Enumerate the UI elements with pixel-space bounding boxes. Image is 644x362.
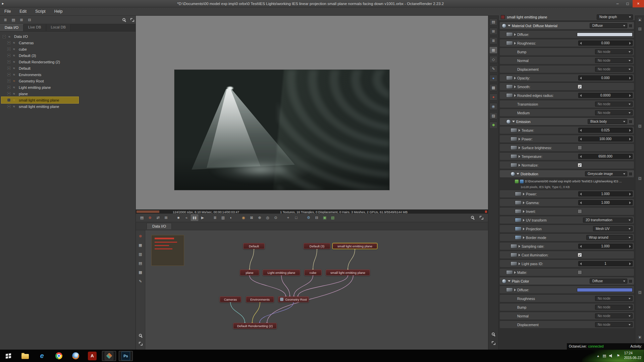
node-pin-icon[interactable] bbox=[629, 279, 633, 283]
restart-render-icon[interactable]: ⊗ bbox=[146, 215, 154, 221]
expand-arrow-icon[interactable] bbox=[514, 85, 516, 88]
pan-view-icon[interactable]: + bbox=[284, 215, 292, 221]
slider-value[interactable]: 1.000 bbox=[582, 244, 629, 248]
focus-picker-icon[interactable]: ⊙ bbox=[272, 215, 279, 221]
slider-value[interactable]: 1.000 bbox=[582, 201, 629, 204]
tree-item[interactable]: + ≈ Default (3) bbox=[1, 52, 136, 59]
stop-render-icon[interactable]: ■ bbox=[175, 215, 182, 221]
material-drop-icon[interactable]: ● bbox=[489, 75, 497, 82]
expand-arrow-icon[interactable] bbox=[523, 193, 525, 195]
value-dropdown[interactable]: Wrap around bbox=[586, 235, 633, 240]
node-pin-icon[interactable]: ⊡ bbox=[637, 124, 642, 129]
value-slider[interactable]: 6500.000 bbox=[578, 154, 633, 159]
slider-increment-icon[interactable] bbox=[629, 94, 631, 97]
wrench-icon[interactable] bbox=[491, 332, 496, 337]
render-target-icon[interactable]: ▤ bbox=[489, 18, 497, 25]
slider-value[interactable]: 1 bbox=[582, 262, 629, 265]
minimize-button[interactable]: – bbox=[612, 0, 623, 7]
pause-render-icon[interactable]: ▮▮ bbox=[191, 215, 198, 221]
node-type-icon[interactable] bbox=[515, 192, 522, 196]
expand-arrow-icon[interactable] bbox=[523, 228, 525, 230]
ie-icon[interactable]: e bbox=[35, 351, 49, 361]
value-checkbox[interactable] bbox=[578, 84, 582, 89]
node-stack-icon[interactable]: ⊞ bbox=[489, 28, 497, 35]
node-type-icon[interactable] bbox=[506, 41, 513, 45]
value-checkbox[interactable] bbox=[578, 145, 582, 150]
expand-plus-icon[interactable]: + bbox=[7, 67, 10, 70]
annotate-icon[interactable]: ✎ bbox=[137, 278, 144, 285]
outliner-tab[interactable]: Local DB bbox=[46, 24, 71, 31]
gpu-settings-icon[interactable]: ▣ bbox=[321, 215, 328, 221]
value-slider[interactable]: 0.025 bbox=[578, 128, 633, 133]
taskbar-clock[interactable]: 17:24 2015-06-22 bbox=[624, 351, 641, 360]
wrench-icon[interactable] bbox=[139, 334, 143, 338]
expand-arrow-icon[interactable] bbox=[523, 201, 525, 204]
value-dropdown[interactable]: 2D transformation bbox=[583, 218, 633, 223]
node-type-icon[interactable] bbox=[506, 76, 513, 80]
value-dropdown[interactable]: Mesh UV bbox=[593, 226, 633, 231]
expand-plus-icon[interactable]: + bbox=[7, 41, 10, 44]
slider-increment-icon[interactable] bbox=[629, 193, 631, 195]
expand-panel-icon[interactable] bbox=[480, 216, 483, 220]
wrench-icon[interactable] bbox=[471, 216, 475, 220]
expand-panel-icon[interactable] bbox=[130, 18, 134, 22]
align-horizontal-icon[interactable]: ▥ bbox=[137, 251, 144, 257]
value-checkbox[interactable] bbox=[578, 163, 582, 167]
value-slider[interactable]: 1.000 bbox=[578, 191, 633, 196]
node-type-icon[interactable] bbox=[511, 154, 517, 159]
expand-plus-icon[interactable]: + bbox=[7, 86, 10, 89]
volume-icon[interactable] bbox=[609, 354, 613, 358]
value-dropdown[interactable]: No node bbox=[595, 110, 633, 115]
node-type-icon[interactable] bbox=[502, 279, 506, 284]
node-default-rendersetting-2[interactable]: Default Rendersetting (2) bbox=[233, 323, 277, 329]
tree-item[interactable]: + ≈ Light emitting plane bbox=[1, 84, 136, 90]
tree-item[interactable]: + ≈ small light emitting plane bbox=[1, 97, 78, 103]
node-pin-icon[interactable] bbox=[629, 24, 633, 28]
value-slider[interactable]: 0.000 bbox=[578, 41, 633, 46]
tree-item[interactable]: + ≈ Geometry Root bbox=[1, 78, 136, 84]
value-dropdown[interactable]: No node bbox=[595, 305, 633, 310]
expand-arrow-icon[interactable] bbox=[508, 25, 511, 26]
node-type-icon[interactable] bbox=[506, 119, 511, 124]
expand-arrow-icon[interactable] bbox=[514, 289, 516, 291]
outliner-tab[interactable]: Live DB bbox=[23, 24, 46, 31]
maximize-button[interactable]: □ bbox=[623, 0, 633, 7]
node-type-icon[interactable] bbox=[506, 84, 513, 89]
close-button[interactable]: × bbox=[633, 0, 644, 7]
acrobat-icon[interactable]: A bbox=[85, 351, 99, 361]
show-hidden-icons[interactable]: ▲ bbox=[597, 354, 600, 358]
expand-plus-icon[interactable]: + bbox=[7, 60, 10, 63]
expand-arrow-icon[interactable] bbox=[508, 280, 511, 282]
expand-arrow-icon[interactable] bbox=[512, 121, 515, 122]
value-dropdown[interactable]: Greyscale image bbox=[585, 171, 627, 176]
node-type-icon[interactable] bbox=[506, 93, 513, 98]
color-swatch[interactable] bbox=[577, 288, 633, 292]
slider-increment-icon[interactable] bbox=[629, 77, 631, 79]
value-checkbox[interactable] bbox=[578, 253, 582, 257]
expand-arrow-icon[interactable] bbox=[523, 236, 525, 239]
tree-root[interactable]: − ≈ Data I/O bbox=[1, 34, 136, 40]
tree-view-icon[interactable]: ≣ bbox=[2, 17, 9, 23]
wrench-icon[interactable] bbox=[122, 18, 126, 22]
node-small-light-emitting-plane-mesh[interactable]: small light emitting plane bbox=[326, 269, 370, 276]
node-small-light-emitting-plane-material[interactable]: small light emitting plane bbox=[332, 243, 377, 249]
node-type-icon[interactable] bbox=[515, 218, 522, 222]
tree-item[interactable]: + ≈ small light emitting plane bbox=[1, 103, 136, 110]
collapse-all-icon[interactable]: ⊟ bbox=[26, 17, 33, 23]
render-passes-icon[interactable]: ≣ bbox=[211, 215, 219, 221]
render-settings-icon[interactable]: ⚙ bbox=[305, 215, 312, 221]
camera-icon[interactable]: ◉ bbox=[240, 215, 247, 221]
region-render-icon[interactable]: □ bbox=[292, 215, 300, 221]
script-edit-icon[interactable]: ✎ bbox=[489, 65, 497, 72]
daylight-icon[interactable]: ✱ bbox=[489, 122, 497, 129]
expand-arrow-icon[interactable] bbox=[514, 77, 516, 79]
node-type-icon[interactable] bbox=[511, 145, 517, 150]
node-type-icon[interactable] bbox=[511, 172, 515, 176]
reload-file-icon[interactable] bbox=[515, 180, 519, 183]
file-preview-icon[interactable] bbox=[520, 180, 524, 183]
node-type-icon[interactable] bbox=[506, 288, 513, 292]
mesh-icon[interactable]: ◇ bbox=[489, 56, 497, 63]
slider-increment-icon[interactable] bbox=[629, 262, 631, 265]
grid-snap-icon[interactable]: ▦ bbox=[137, 242, 144, 248]
value-slider[interactable]: 1 bbox=[578, 261, 633, 266]
